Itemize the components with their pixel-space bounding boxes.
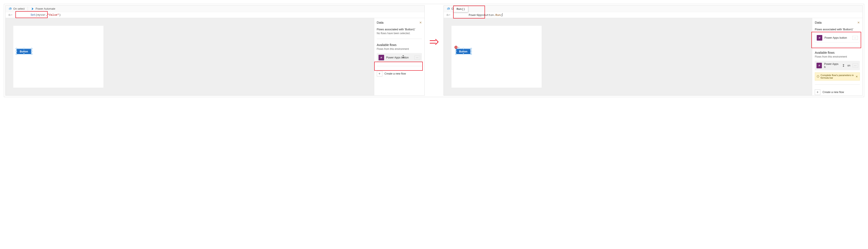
flow-label-prefix: Power Apps b: [824, 62, 840, 68]
close-icon[interactable]: ✕: [857, 21, 860, 24]
button-control[interactable]: Button: [456, 49, 471, 54]
divider: [377, 66, 422, 66]
app-screen[interactable]: ✕ ▾ Button: [452, 26, 541, 88]
button-selection-wrap: ✕ ▾ Button: [456, 49, 471, 54]
onselect-label: On select: [13, 7, 25, 10]
data-panel: Data ✕ Flows associated with 'Button1' P…: [812, 18, 862, 95]
plus-icon: +: [815, 89, 820, 95]
assoc-heading: Flows associated with 'Button1': [377, 28, 422, 31]
left-pane: On select Power Automate fx ▾ Set(myvar,…: [5, 5, 425, 95]
flow-more-button[interactable]: ···: [852, 36, 858, 40]
create-flow-row[interactable]: + Create a new flow: [377, 71, 422, 77]
canvas-background: Button: [6, 18, 374, 95]
available-heading: Available flows: [815, 51, 860, 54]
warning-bar: ⓘ Complete flow's parameters in formula …: [815, 73, 860, 81]
intellisense-tooltip: Run(): [454, 6, 468, 12]
svg-rect-0: [9, 8, 11, 9]
available-flow-item[interactable]: Power Apps b on ···: [815, 61, 860, 70]
data-panel: Data ✕ Flows associated with 'Button1' N…: [374, 18, 425, 95]
chevron-down-icon: ▾: [458, 47, 459, 48]
canvas-background: ✕ ▾ Button: [444, 18, 812, 95]
create-flow-label: Create a new flow: [823, 91, 844, 94]
available-flow-item[interactable]: Power Apps button ···: [377, 53, 422, 62]
flow-icon: [378, 55, 384, 60]
chevron-down-icon: ▾: [449, 14, 450, 16]
data-title: Data: [815, 21, 822, 24]
available-heading: Available flows: [377, 43, 422, 47]
create-flow-row[interactable]: + Create a new flow: [815, 89, 860, 95]
flow-icon: [816, 63, 822, 68]
cursor-icon: [402, 55, 405, 58]
info-icon: ⓘ: [817, 75, 819, 78]
formula-bar: fx ▾ PowerAppsbutton.Run(: [444, 12, 863, 18]
flow-label-suffix: on: [847, 64, 850, 67]
action-icon: [447, 7, 450, 10]
canvas-area: ✕ ▾ Button: [444, 18, 863, 95]
dismiss-warning-icon[interactable]: ✕: [856, 75, 858, 78]
error-icon: ✕: [455, 46, 458, 49]
plus-icon: +: [377, 71, 382, 77]
button-selection-wrap: Button: [17, 49, 31, 54]
flow-more-button[interactable]: ···: [414, 56, 420, 59]
button-control[interactable]: Button: [17, 49, 31, 54]
cursor-icon: [842, 64, 845, 67]
canvas-area: Button: [6, 18, 425, 95]
transition-arrow: [429, 38, 440, 46]
divider: [815, 84, 860, 85]
fx-indicator[interactable]: fx ▾: [6, 12, 15, 18]
env-subtext: Flows from this environment: [377, 48, 422, 51]
no-flows-text: No flows have been selected.: [377, 32, 422, 35]
flow-more-button[interactable]: ···: [852, 63, 858, 67]
svg-rect-1: [447, 8, 449, 9]
flow-icon: [817, 35, 822, 40]
assoc-heading: Flows associated with 'Button1': [815, 28, 860, 31]
powerautomate-label: Power Automate: [36, 7, 55, 10]
flow-label: Power Apps button: [825, 36, 847, 39]
action-icon: [8, 7, 12, 10]
formula-bar: fx ▾ Set(myvar,"Value"): [6, 12, 425, 18]
chevron-down-icon: ▾: [11, 14, 12, 16]
env-subtext: Flows from this environment: [815, 55, 860, 58]
right-pane: On Run() fx ▾ PowerAppsbutton.Run( ✕ ▾: [443, 5, 863, 95]
app-screen[interactable]: Button: [13, 26, 103, 88]
create-flow-label: Create a new flow: [384, 72, 406, 75]
data-title: Data: [377, 21, 384, 24]
fx-indicator[interactable]: fx ▾: [444, 12, 453, 18]
warning-text: Complete flow's parameters in formula ba…: [820, 74, 854, 79]
associated-flow-item[interactable]: Power Apps button ···: [815, 33, 860, 43]
close-icon[interactable]: ✕: [419, 21, 422, 24]
flow-label: Power Apps button: [386, 56, 409, 59]
error-indicator[interactable]: ✕ ▾: [455, 46, 459, 49]
